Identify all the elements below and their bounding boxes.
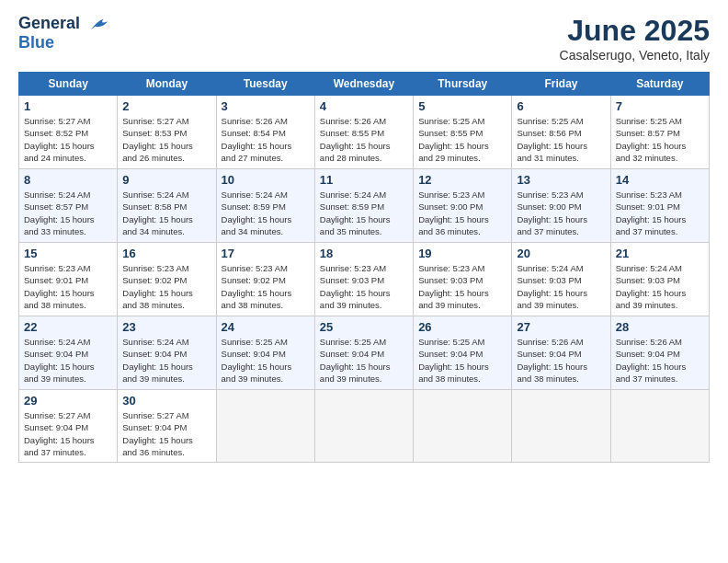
day-info: Sunrise: 5:23 AMSunset: 9:01 PMDaylight:… <box>24 262 112 311</box>
day-number: 23 <box>122 320 210 334</box>
day-number: 6 <box>517 99 605 113</box>
calendar-cell: 25Sunrise: 5:25 AMSunset: 9:04 PMDayligh… <box>314 316 413 390</box>
calendar-cell: 2Sunrise: 5:27 AMSunset: 8:53 PMDaylight… <box>118 96 216 169</box>
day-number: 27 <box>517 320 605 334</box>
day-number: 21 <box>616 247 704 260</box>
calendar-cell: 18Sunrise: 5:23 AMSunset: 9:03 PMDayligh… <box>314 243 413 316</box>
calendar-cell <box>414 390 512 463</box>
day-number: 25 <box>320 320 408 334</box>
header-saturday: Saturday <box>610 73 709 96</box>
logo: General Blue <box>18 14 112 52</box>
calendar-cell: 11Sunrise: 5:24 AMSunset: 8:59 PMDayligh… <box>314 169 413 243</box>
day-number: 17 <box>222 247 310 260</box>
day-info: Sunrise: 5:23 AMSunset: 9:03 PMDaylight:… <box>418 262 506 311</box>
day-info: Sunrise: 5:24 AMSunset: 9:04 PMDaylight:… <box>122 336 210 385</box>
day-number: 28 <box>616 320 704 334</box>
day-number: 26 <box>418 320 506 334</box>
day-info: Sunrise: 5:27 AMSunset: 9:04 PMDaylight:… <box>122 409 210 458</box>
calendar-cell: 17Sunrise: 5:23 AMSunset: 9:02 PMDayligh… <box>216 243 314 316</box>
day-info: Sunrise: 5:27 AMSunset: 9:04 PMDaylight:… <box>24 409 112 458</box>
logo-bird-icon <box>86 14 112 34</box>
calendar-week-5: 29Sunrise: 5:27 AMSunset: 9:04 PMDayligh… <box>19 390 710 463</box>
calendar-container: General Blue June 2025 Casalserugo, Vene… <box>0 0 728 472</box>
day-info: Sunrise: 5:25 AMSunset: 8:57 PMDaylight:… <box>616 115 704 164</box>
calendar-cell: 5Sunrise: 5:25 AMSunset: 8:55 PMDaylight… <box>414 96 512 169</box>
day-number: 9 <box>122 173 210 187</box>
day-number: 24 <box>222 320 310 334</box>
day-info: Sunrise: 5:24 AMSunset: 9:03 PMDaylight:… <box>517 262 605 311</box>
calendar-cell: 24Sunrise: 5:25 AMSunset: 9:04 PMDayligh… <box>216 316 314 390</box>
calendar-cell: 29Sunrise: 5:27 AMSunset: 9:04 PMDayligh… <box>19 390 118 463</box>
day-number: 16 <box>122 247 210 260</box>
calendar-cell: 10Sunrise: 5:24 AMSunset: 8:59 PMDayligh… <box>216 169 314 243</box>
header-row: Sunday Monday Tuesday Wednesday Thursday… <box>19 73 710 96</box>
calendar-cell: 9Sunrise: 5:24 AMSunset: 8:58 PMDaylight… <box>118 169 216 243</box>
calendar-cell: 16Sunrise: 5:23 AMSunset: 9:02 PMDayligh… <box>118 243 216 316</box>
calendar-cell: 30Sunrise: 5:27 AMSunset: 9:04 PMDayligh… <box>118 390 216 463</box>
day-number: 10 <box>222 173 310 187</box>
day-info: Sunrise: 5:25 AMSunset: 9:04 PMDaylight:… <box>418 336 506 385</box>
calendar-cell: 23Sunrise: 5:24 AMSunset: 9:04 PMDayligh… <box>118 316 216 390</box>
header-area: General Blue June 2025 Casalserugo, Vene… <box>18 14 710 63</box>
calendar-cell: 15Sunrise: 5:23 AMSunset: 9:01 PMDayligh… <box>19 243 118 316</box>
day-info: Sunrise: 5:24 AMSunset: 8:58 PMDaylight:… <box>122 189 210 237</box>
calendar-table: Sunday Monday Tuesday Wednesday Thursday… <box>18 72 710 463</box>
calendar-cell: 19Sunrise: 5:23 AMSunset: 9:03 PMDayligh… <box>414 243 512 316</box>
day-number: 1 <box>24 99 112 113</box>
day-info: Sunrise: 5:26 AMSunset: 9:04 PMDaylight:… <box>616 336 704 385</box>
calendar-cell: 28Sunrise: 5:26 AMSunset: 9:04 PMDayligh… <box>610 316 709 390</box>
day-number: 20 <box>517 247 605 260</box>
day-info: Sunrise: 5:26 AMSunset: 8:55 PMDaylight:… <box>320 115 408 164</box>
header-sunday: Sunday <box>19 73 118 96</box>
month-title: June 2025 <box>560 14 710 48</box>
day-info: Sunrise: 5:24 AMSunset: 9:04 PMDaylight:… <box>24 336 112 385</box>
calendar-week-2: 8Sunrise: 5:24 AMSunset: 8:57 PMDaylight… <box>19 169 710 243</box>
day-info: Sunrise: 5:24 AMSunset: 8:57 PMDaylight:… <box>24 189 112 237</box>
calendar-cell: 4Sunrise: 5:26 AMSunset: 8:55 PMDaylight… <box>314 96 413 169</box>
calendar-cell: 1Sunrise: 5:27 AMSunset: 8:52 PMDaylight… <box>19 96 118 169</box>
header-monday: Monday <box>118 73 216 96</box>
day-number: 3 <box>222 99 310 113</box>
location-subtitle: Casalserugo, Veneto, Italy <box>560 48 710 63</box>
day-info: Sunrise: 5:24 AMSunset: 8:59 PMDaylight:… <box>222 189 310 237</box>
day-info: Sunrise: 5:23 AMSunset: 9:03 PMDaylight:… <box>320 262 408 311</box>
day-info: Sunrise: 5:27 AMSunset: 8:53 PMDaylight:… <box>122 115 210 164</box>
day-number: 15 <box>24 247 112 260</box>
logo-text: General <box>18 14 112 34</box>
calendar-cell: 12Sunrise: 5:23 AMSunset: 9:00 PMDayligh… <box>414 169 512 243</box>
calendar-cell: 13Sunrise: 5:23 AMSunset: 9:00 PMDayligh… <box>512 169 610 243</box>
day-info: Sunrise: 5:26 AMSunset: 9:04 PMDaylight:… <box>517 336 605 385</box>
day-number: 4 <box>320 99 408 113</box>
calendar-week-3: 15Sunrise: 5:23 AMSunset: 9:01 PMDayligh… <box>19 243 710 316</box>
day-info: Sunrise: 5:23 AMSunset: 9:01 PMDaylight:… <box>616 189 704 237</box>
day-number: 14 <box>616 173 704 187</box>
calendar-cell: 3Sunrise: 5:26 AMSunset: 8:54 PMDaylight… <box>216 96 314 169</box>
calendar-cell: 6Sunrise: 5:25 AMSunset: 8:56 PMDaylight… <box>512 96 610 169</box>
calendar-cell: 8Sunrise: 5:24 AMSunset: 8:57 PMDaylight… <box>19 169 118 243</box>
day-number: 8 <box>24 173 112 187</box>
day-info: Sunrise: 5:23 AMSunset: 9:02 PMDaylight:… <box>222 262 310 311</box>
calendar-cell: 22Sunrise: 5:24 AMSunset: 9:04 PMDayligh… <box>19 316 118 390</box>
calendar-body: 1Sunrise: 5:27 AMSunset: 8:52 PMDaylight… <box>19 96 710 463</box>
day-info: Sunrise: 5:27 AMSunset: 8:52 PMDaylight:… <box>24 115 112 164</box>
day-number: 19 <box>418 247 506 260</box>
calendar-cell <box>314 390 413 463</box>
day-number: 13 <box>517 173 605 187</box>
day-number: 11 <box>320 173 408 187</box>
title-area: June 2025 Casalserugo, Veneto, Italy <box>560 14 710 63</box>
calendar-cell: 7Sunrise: 5:25 AMSunset: 8:57 PMDaylight… <box>610 96 709 169</box>
header-tuesday: Tuesday <box>216 73 314 96</box>
day-number: 7 <box>616 99 704 113</box>
day-info: Sunrise: 5:26 AMSunset: 8:54 PMDaylight:… <box>222 115 310 164</box>
calendar-cell <box>512 390 610 463</box>
day-info: Sunrise: 5:23 AMSunset: 9:00 PMDaylight:… <box>418 189 506 237</box>
day-info: Sunrise: 5:24 AMSunset: 9:03 PMDaylight:… <box>616 262 704 311</box>
day-info: Sunrise: 5:24 AMSunset: 8:59 PMDaylight:… <box>320 189 408 237</box>
calendar-cell: 14Sunrise: 5:23 AMSunset: 9:01 PMDayligh… <box>610 169 709 243</box>
day-info: Sunrise: 5:25 AMSunset: 8:55 PMDaylight:… <box>418 115 506 164</box>
calendar-header: Sunday Monday Tuesday Wednesday Thursday… <box>19 73 710 96</box>
header-friday: Friday <box>512 73 610 96</box>
day-info: Sunrise: 5:23 AMSunset: 9:02 PMDaylight:… <box>122 262 210 311</box>
day-info: Sunrise: 5:23 AMSunset: 9:00 PMDaylight:… <box>517 189 605 237</box>
header-thursday: Thursday <box>414 73 512 96</box>
